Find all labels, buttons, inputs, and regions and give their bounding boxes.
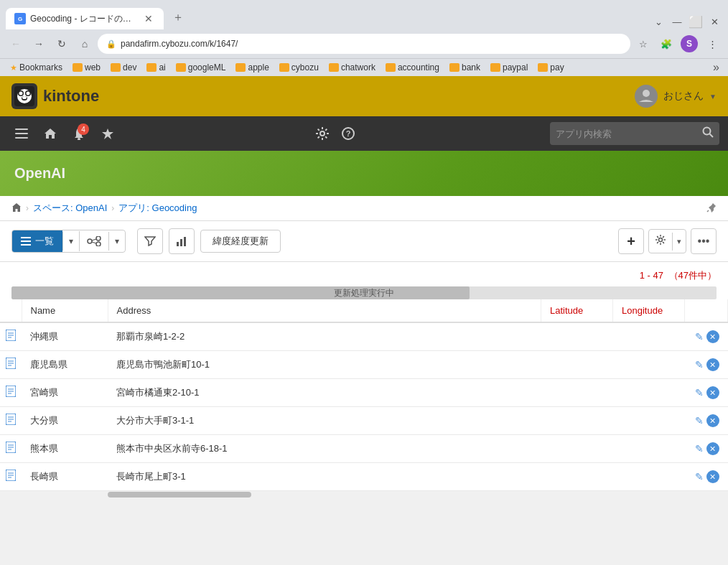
favorites-button[interactable] [95, 121, 121, 146]
delete-record-button[interactable]: ✕ [706, 442, 719, 455]
close-window-button[interactable]: ✕ [706, 14, 722, 29]
row-name-cell[interactable]: 大分県 [22, 407, 108, 435]
edit-record-button[interactable]: ✎ [695, 415, 704, 426]
svg-line-28 [92, 242, 96, 243]
app-search-input[interactable] [556, 129, 699, 139]
add-record-button[interactable]: + [618, 228, 644, 254]
view-label: 一覧 [35, 235, 54, 248]
delete-record-button[interactable]: ✕ [706, 414, 719, 427]
extensions-button[interactable]: 🧩 [656, 34, 676, 54]
bookmark-paypal[interactable]: paypal [486, 61, 532, 74]
row-longitude-cell [613, 463, 685, 491]
settings-button[interactable]: ▾ [648, 229, 686, 253]
bookmark-web[interactable]: web [68, 61, 105, 74]
home-button[interactable]: ⌂ [75, 34, 95, 54]
row-address-cell[interactable]: 熊本市中央区水前寺6-18-1 [108, 435, 541, 463]
bookmark-accounting[interactable]: accounting [381, 61, 444, 74]
col-address-header[interactable]: Address [108, 299, 541, 322]
row-name-cell[interactable]: 熊本県 [22, 435, 108, 463]
bookmark-googleml[interactable]: googleML [172, 61, 230, 74]
edit-record-button[interactable]: ✎ [695, 359, 704, 370]
minimize-window-button[interactable]: ⌄ [650, 14, 666, 29]
delete-record-button[interactable]: ✕ [706, 330, 719, 343]
row-icon-cell [0, 435, 22, 463]
col-name-header[interactable]: Name [22, 299, 108, 322]
edit-record-button[interactable]: ✎ [695, 471, 704, 482]
toolbar: 一覧 ▾ ▾ 緯度経度更新 + [0, 221, 728, 262]
home-nav-button[interactable] [37, 121, 63, 146]
bookmarks-label[interactable]: ★ Bookmarks [6, 61, 67, 74]
breadcrumb-space-link[interactable]: スペース: OpenAI [33, 202, 107, 215]
breadcrumb-home-icon[interactable] [11, 202, 22, 215]
delete-record-button[interactable]: ✕ [706, 358, 719, 371]
row-address-cell[interactable]: 那覇市泉崎1-2-2 [108, 322, 541, 351]
maximize-window-button[interactable]: — [669, 14, 685, 29]
bookmark-star-button[interactable]: ☆ [633, 34, 653, 54]
bookmark-apple[interactable]: apple [231, 61, 273, 74]
row-latitude-cell [541, 379, 613, 407]
restore-window-button[interactable]: ⬜ [688, 14, 704, 29]
record-icon [6, 415, 16, 427]
tab-close-button[interactable]: ✕ [142, 12, 155, 25]
bookmark-chatwork[interactable]: chatwork [325, 61, 380, 74]
scrollbar-thumb[interactable] [108, 492, 251, 498]
col-latitude-header[interactable]: Latitude [541, 299, 613, 322]
row-name-cell[interactable]: 鹿児島県 [22, 351, 108, 379]
bookmarks-more-button[interactable]: » [710, 61, 722, 74]
bookmark-cybozu[interactable]: cybozu [275, 61, 323, 74]
bookmark-dev[interactable]: dev [106, 61, 141, 74]
delete-record-button[interactable]: ✕ [706, 386, 719, 399]
address-bar[interactable]: 🔒 pandafirm.cybozu.com/k/1647/ [98, 34, 630, 54]
help-button[interactable]: ? [335, 121, 361, 146]
delete-record-button[interactable]: ✕ [706, 470, 719, 483]
hamburger-menu-button[interactable] [9, 121, 34, 146]
col-longitude-header[interactable]: Longitude [613, 299, 685, 322]
row-name-cell[interactable]: 宮崎県 [22, 379, 108, 407]
notifications-button[interactable]: 4 [66, 121, 92, 146]
row-longitude-cell [613, 379, 685, 407]
bookmark-ai[interactable]: ai [142, 61, 169, 74]
reload-button[interactable]: ↻ [52, 34, 72, 54]
back-button[interactable]: ← [6, 34, 26, 54]
col-lat-label: Latitude [550, 305, 583, 316]
user-avatar [635, 85, 658, 108]
bookmark-bank[interactable]: bank [445, 61, 485, 74]
graph-view-dropdown-button[interactable]: ▾ [108, 232, 125, 251]
new-tab-button[interactable]: ＋ [165, 6, 191, 29]
bookmark-pay[interactable]: pay [533, 61, 568, 74]
table-row: 宮崎県 宮崎市橘通東2-10-1 ✎ ✕ [0, 379, 728, 407]
horizontal-scrollbar[interactable] [0, 491, 728, 498]
list-view-button[interactable]: 一覧 [12, 230, 62, 252]
row-address-cell[interactable]: 宮崎市橘通東2-10-1 [108, 379, 541, 407]
kintone-panda-logo [11, 83, 37, 109]
forward-button[interactable]: → [29, 34, 49, 54]
active-tab[interactable]: G Geocoding - レコードの一覧 ✕ [6, 8, 164, 29]
edit-record-button[interactable]: ✎ [695, 331, 704, 342]
svg-line-19 [710, 134, 714, 138]
row-name-cell[interactable]: 長崎県 [22, 463, 108, 491]
row-address-cell[interactable]: 長崎市尾上町3-1 [108, 463, 541, 491]
row-address-cell[interactable]: 大分市大手町3-1-1 [108, 407, 541, 435]
update-coordinates-button[interactable]: 緯度経度更新 [200, 230, 281, 253]
settings-nav-button[interactable] [309, 121, 335, 146]
menu-button[interactable]: ⋮ [702, 34, 722, 54]
row-name-cell[interactable]: 沖縄県 [22, 322, 108, 351]
graph-view-button[interactable] [80, 232, 108, 251]
settings-dropdown-arrow[interactable]: ▾ [672, 233, 686, 251]
kintone-user-area[interactable]: おじさん ▼ [635, 85, 717, 108]
search-submit-button[interactable] [702, 126, 714, 141]
chart-button[interactable] [169, 228, 195, 254]
profile-button[interactable]: S [679, 34, 699, 54]
edit-record-button[interactable]: ✎ [695, 387, 704, 398]
edit-record-button[interactable]: ✎ [695, 443, 704, 454]
pin-icon[interactable] [706, 202, 717, 215]
more-options-button[interactable]: ••• [691, 228, 717, 254]
notification-badge: 4 [78, 123, 89, 135]
svg-rect-21 [21, 237, 31, 238]
breadcrumb-app-link[interactable]: アプリ: Geocoding [118, 202, 197, 215]
view-dropdown-button[interactable]: ▾ [62, 232, 79, 251]
filter-button[interactable] [137, 228, 163, 254]
bookmark-accounting-label: accounting [398, 62, 439, 73]
row-longitude-cell [613, 322, 685, 351]
row-address-cell[interactable]: 鹿児島市鴨池新町10-1 [108, 351, 541, 379]
